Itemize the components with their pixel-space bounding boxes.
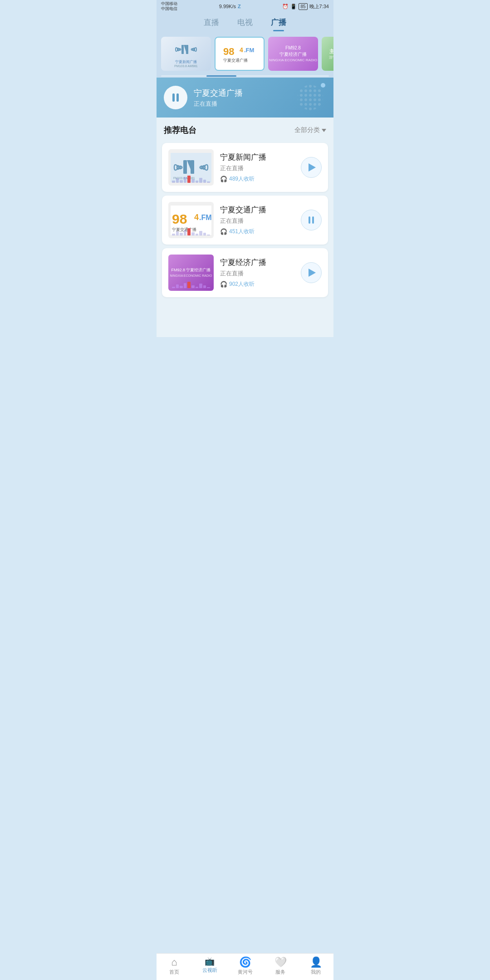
svg-text:4: 4 xyxy=(240,46,243,54)
station-listeners-news: 🎧 489人收听 xyxy=(220,175,294,183)
svg-point-8 xyxy=(298,85,323,110)
pause-button-traffic[interactable] xyxy=(301,210,322,230)
filter-label: 全部分类 xyxy=(294,126,320,134)
listeners-count-economy: 902人收听 xyxy=(229,280,255,288)
carousel-item-economy[interactable]: FM92.8 宁夏经济广播 NINGXIA ECONOMIC RADIO xyxy=(268,37,318,71)
network-speed: 9.99K/s Z xyxy=(219,4,241,9)
pause-button[interactable] xyxy=(164,86,187,109)
station-card-news: FM103.8 AM981 宁夏新闻广播 正在直播 🎧 489人收 xyxy=(162,143,328,192)
carrier-info: 中国移动 中国电信 xyxy=(161,1,177,11)
pause-icon-traffic xyxy=(309,216,314,224)
section-header: 推荐电台 全部分类 xyxy=(157,118,333,139)
status-dot xyxy=(321,83,325,88)
headphone-icon-traffic: 🎧 xyxy=(220,228,227,235)
now-playing-title: 宁夏交通广播 xyxy=(194,88,288,98)
station-listeners-economy: 🎧 902人收听 xyxy=(220,280,294,288)
station-logo-traffic: 98 4 .FM 宁夏交通广播 xyxy=(168,202,214,238)
station-name-economy: 宁夏经济广播 xyxy=(220,257,294,268)
carousel-item-news[interactable]: 宁夏新闻广播 FM103.8 AM981 xyxy=(161,37,211,71)
now-playing-info: 宁夏交通广播 正在直播 xyxy=(194,88,288,108)
now-playing-bar: 宁夏交通广播 正在直播 xyxy=(157,78,333,118)
tab-radio[interactable]: 广播 xyxy=(271,17,286,31)
carousel-item-traffic[interactable]: 98 4 .FM 宁夏交通广播 xyxy=(215,37,265,71)
culture-logo: 主播 游宁夏 xyxy=(322,37,333,71)
station-info-traffic: 宁夏交通广播 正在直播 🎧 451人收听 xyxy=(220,205,294,235)
waveform-traffic xyxy=(172,228,210,235)
tab-header: 直播 电视 广播 xyxy=(157,13,333,31)
headphone-icon-economy: 🎧 xyxy=(220,281,227,288)
economy-logo: FM92.8 宁夏经济广播 NINGXIA ECONOMIC RADIO xyxy=(268,37,318,71)
dropdown-arrow-icon xyxy=(322,129,326,132)
station-info-news: 宁夏新闻广播 正在直播 🎧 489人收听 xyxy=(220,152,294,183)
station-card-traffic: 98 4 .FM 宁夏交通广播 宁夏交通广播 正在直播 xyxy=(162,196,328,245)
station-info-economy: 宁夏经济广播 正在直播 🎧 902人收听 xyxy=(220,257,294,288)
play-button-economy[interactable] xyxy=(301,262,322,283)
svg-text:.FM: .FM xyxy=(244,47,254,54)
waveform-news xyxy=(172,176,210,183)
svg-rect-0 xyxy=(181,45,184,54)
tab-tv[interactable]: 电视 xyxy=(237,17,253,31)
svg-text:宁夏交通广播: 宁夏交通广播 xyxy=(223,58,248,63)
headphone-icon-news: 🎧 xyxy=(220,176,227,182)
listeners-count-news: 489人收听 xyxy=(229,175,255,183)
station-status-news: 正在直播 xyxy=(220,164,294,172)
carousel-item-culture[interactable]: 主播 游宁夏 xyxy=(322,37,333,71)
filter-dropdown[interactable]: 全部分类 xyxy=(294,126,326,134)
traffic-logo: 98 4 .FM 宁夏交通广播 xyxy=(216,38,264,70)
station-logo-news: FM103.8 AM981 xyxy=(168,149,214,186)
station-status-economy: 正在直播 xyxy=(220,270,294,278)
svg-rect-2 xyxy=(186,45,188,54)
svg-text:.FM: .FM xyxy=(199,214,211,221)
play-button-news[interactable] xyxy=(301,157,322,178)
battery-indicator: 85 xyxy=(299,3,307,10)
news-freq: FM103.8 AM981 xyxy=(174,64,197,68)
svg-rect-10 xyxy=(183,160,187,174)
svg-rect-12 xyxy=(191,160,194,174)
news-logo: 宁夏新闻广播 FM103.8 AM981 xyxy=(161,37,211,71)
svg-text:98: 98 xyxy=(172,211,187,226)
waveform-economy xyxy=(172,281,210,288)
station-listeners-traffic: 🎧 451人收听 xyxy=(220,228,294,235)
carousel: 宁夏新闻广播 FM103.8 AM981 98 4 .FM 宁夏交通广播 FM9… xyxy=(157,31,333,74)
svg-text:98: 98 xyxy=(223,46,234,57)
time: 晚上7:34 xyxy=(309,3,329,10)
listeners-count-traffic: 451人收听 xyxy=(229,228,255,235)
pause-icon xyxy=(172,93,179,102)
play-icon-economy xyxy=(309,269,316,277)
station-card-economy: FM92.8 宁夏经济广播 NINGXIA ECONOMIC RADIO 宁夏经… xyxy=(162,248,328,297)
news-logo-text: 宁夏新闻广播 xyxy=(175,59,197,64)
station-name-news: 宁夏新闻广播 xyxy=(220,152,294,162)
status-right: ⏰ 📳 85 晚上7:34 xyxy=(282,3,329,10)
main-content: 推荐电台 全部分类 FM103.8 AM981 xyxy=(157,118,333,337)
tab-live[interactable]: 直播 xyxy=(204,17,219,31)
progress-track xyxy=(161,75,329,77)
station-logo-economy: FM92.8 宁夏经济广播 NINGXIA ECONOMIC RADIO xyxy=(168,255,214,291)
status-bar: 中国移动 中国电信 9.99K/s Z ⏰ 📳 85 晚上7:34 xyxy=(157,0,333,13)
economy-logo-text: FM92.8 宁夏经济广播 NINGXIA ECONOMIC RADIO xyxy=(170,267,212,278)
svg-text:4: 4 xyxy=(194,213,199,222)
now-playing-subtitle: 正在直播 xyxy=(194,100,288,108)
section-title: 推荐电台 xyxy=(164,125,196,136)
station-name-traffic: 宁夏交通广播 xyxy=(220,205,294,215)
progress-fill xyxy=(206,75,237,77)
svg-marker-1 xyxy=(184,45,186,52)
play-icon-news xyxy=(309,163,316,172)
speaker-visual xyxy=(294,84,326,111)
carousel-progress xyxy=(157,74,333,78)
station-status-traffic: 正在直播 xyxy=(220,217,294,225)
